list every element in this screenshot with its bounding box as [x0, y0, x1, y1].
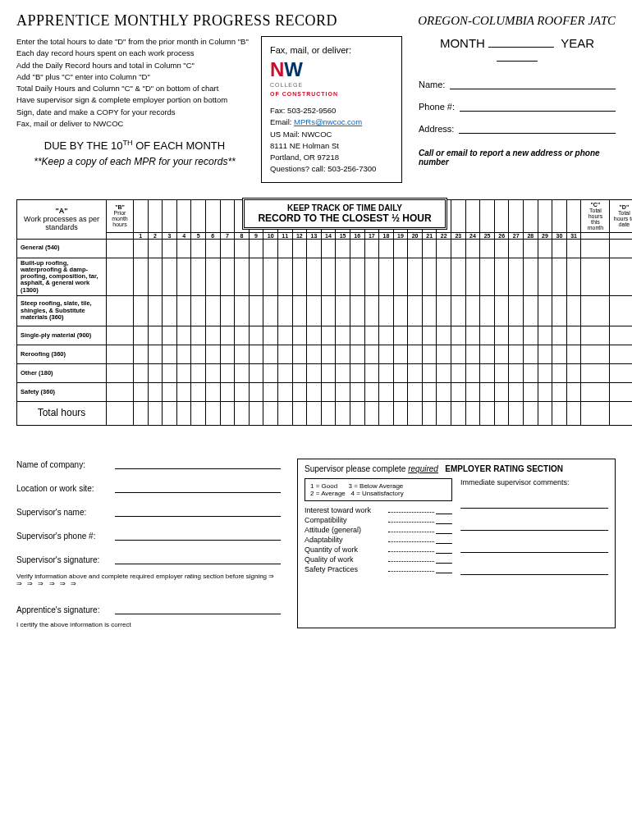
hours-cell[interactable] — [538, 363, 552, 382]
hours-cell[interactable] — [552, 326, 567, 345]
hours-cell[interactable] — [191, 239, 206, 258]
hours-cell[interactable] — [163, 258, 177, 295]
hours-cell[interactable] — [107, 382, 134, 401]
hours-cell[interactable] — [566, 363, 581, 382]
hours-cell[interactable] — [465, 363, 480, 382]
hours-cell[interactable] — [263, 239, 278, 258]
hours-cell[interactable] — [393, 326, 408, 345]
hours-cell[interactable] — [566, 345, 581, 363]
hours-cell[interactable] — [107, 345, 134, 363]
hours-cell[interactable] — [610, 295, 632, 326]
hours-cell[interactable] — [336, 258, 350, 295]
hours-cell[interactable] — [422, 345, 437, 363]
hours-cell[interactable] — [148, 295, 163, 326]
hours-cell[interactable] — [307, 295, 322, 326]
hours-cell[interactable] — [422, 258, 437, 295]
hours-cell[interactable] — [292, 382, 307, 401]
hours-cell[interactable] — [610, 258, 632, 295]
hours-cell[interactable] — [292, 258, 307, 295]
hours-cell[interactable] — [321, 326, 336, 345]
hours-cell[interactable] — [509, 382, 524, 401]
hours-cell[interactable] — [610, 363, 632, 382]
hours-cell[interactable] — [552, 382, 567, 401]
hours-cell[interactable] — [538, 258, 552, 295]
hours-cell[interactable] — [566, 382, 581, 401]
hours-cell[interactable] — [364, 363, 379, 382]
hours-cell[interactable] — [134, 326, 149, 345]
hours-cell[interactable] — [235, 382, 250, 401]
hours-cell[interactable] — [480, 295, 495, 326]
hours-cell[interactable] — [379, 363, 394, 382]
hours-cell[interactable] — [437, 382, 451, 401]
hours-cell[interactable] — [480, 345, 495, 363]
rating-input[interactable] — [436, 506, 452, 514]
hours-cell[interactable] — [163, 326, 177, 345]
hours-cell[interactable] — [277, 326, 292, 345]
hours-cell[interactable] — [277, 382, 292, 401]
hours-cell[interactable] — [509, 239, 524, 258]
comment-line[interactable] — [460, 561, 608, 575]
hours-cell[interactable] — [321, 295, 336, 326]
hours-cell[interactable] — [191, 382, 206, 401]
hours-cell[interactable] — [148, 326, 163, 345]
hours-cell[interactable] — [350, 382, 364, 401]
phone-input[interactable] — [460, 101, 616, 112]
hours-cell[interactable] — [379, 345, 394, 363]
hours-cell[interactable] — [552, 295, 567, 326]
hours-cell[interactable] — [163, 239, 177, 258]
hours-cell[interactable] — [176, 345, 191, 363]
hours-cell[interactable] — [321, 345, 336, 363]
hours-cell[interactable] — [566, 239, 581, 258]
hours-cell[interactable] — [249, 258, 263, 295]
hours-cell[interactable] — [336, 239, 350, 258]
supervisor-name-input[interactable] — [115, 506, 281, 517]
hours-cell[interactable] — [581, 326, 610, 345]
hours-cell[interactable] — [107, 258, 134, 295]
hours-cell[interactable] — [393, 382, 408, 401]
hours-cell[interactable] — [581, 345, 610, 363]
company-input[interactable] — [115, 459, 281, 469]
hours-cell[interactable] — [364, 345, 379, 363]
hours-cell[interactable] — [408, 363, 423, 382]
hours-cell[interactable] — [134, 382, 149, 401]
hours-cell[interactable] — [336, 363, 350, 382]
hours-cell[interactable] — [480, 258, 495, 295]
hours-cell[interactable] — [277, 363, 292, 382]
hours-cell[interactable] — [581, 239, 610, 258]
hours-cell[interactable] — [220, 295, 235, 326]
hours-cell[interactable] — [451, 382, 466, 401]
hours-cell[interactable] — [610, 382, 632, 401]
hours-cell[interactable] — [263, 363, 278, 382]
hours-cell[interactable] — [524, 326, 538, 345]
hours-cell[interactable] — [408, 295, 423, 326]
hours-cell[interactable] — [422, 363, 437, 382]
hours-cell[interactable] — [321, 239, 336, 258]
hours-cell[interactable] — [509, 363, 524, 382]
hours-cell[interactable] — [235, 258, 250, 295]
hours-cell[interactable] — [148, 258, 163, 295]
hours-cell[interactable] — [191, 258, 206, 295]
hours-cell[interactable] — [148, 363, 163, 382]
hours-cell[interactable] — [249, 363, 263, 382]
hours-cell[interactable] — [465, 326, 480, 345]
hours-cell[interactable] — [451, 326, 466, 345]
hours-cell[interactable] — [350, 345, 364, 363]
rating-input[interactable] — [436, 536, 452, 544]
hours-cell[interactable] — [107, 295, 134, 326]
hours-cell[interactable] — [292, 345, 307, 363]
rating-input[interactable] — [436, 565, 452, 573]
hours-cell[interactable] — [422, 295, 437, 326]
hours-cell[interactable] — [364, 258, 379, 295]
hours-cell[interactable] — [509, 326, 524, 345]
hours-cell[interactable] — [437, 363, 451, 382]
hours-cell[interactable] — [566, 295, 581, 326]
hours-cell[interactable] — [191, 363, 206, 382]
hours-cell[interactable] — [249, 295, 263, 326]
hours-cell[interactable] — [422, 239, 437, 258]
hours-cell[interactable] — [249, 239, 263, 258]
hours-cell[interactable] — [277, 295, 292, 326]
hours-cell[interactable] — [205, 258, 220, 295]
hours-cell[interactable] — [451, 345, 466, 363]
hours-cell[interactable] — [494, 382, 509, 401]
hours-cell[interactable] — [235, 363, 250, 382]
